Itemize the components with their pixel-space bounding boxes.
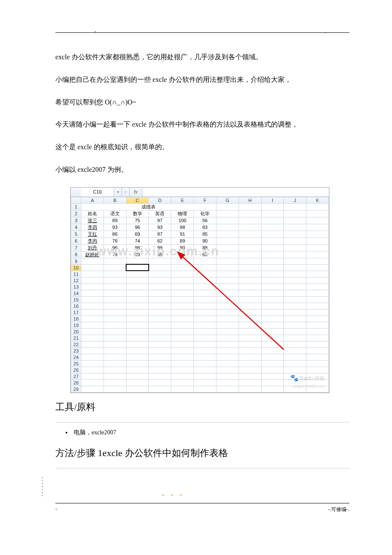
cell-C27[interactable]: [126, 373, 149, 379]
cell-D15[interactable]: [149, 296, 171, 303]
cell-J7[interactable]: [284, 244, 306, 251]
cell-C15[interactable]: [126, 296, 149, 303]
cell-D8[interactable]: 95: [149, 251, 171, 258]
cell-I4[interactable]: [261, 224, 284, 231]
fx-icon[interactable]: fx: [130, 188, 142, 197]
cell-H15[interactable]: [239, 296, 261, 303]
cell-D13[interactable]: [149, 283, 171, 290]
cell-I8[interactable]: [261, 251, 284, 258]
cell-E29[interactable]: [171, 386, 194, 392]
cell-F22[interactable]: [194, 341, 216, 347]
cell-C17[interactable]: [126, 309, 149, 315]
cell-G3[interactable]: [216, 217, 239, 224]
cell-I12[interactable]: [261, 277, 284, 283]
cell-D11[interactable]: [149, 271, 171, 277]
cell-A7[interactable]: 刘丹: [81, 244, 104, 251]
cell-H5[interactable]: [239, 231, 261, 237]
cell-J25[interactable]: [284, 360, 306, 367]
cell-I7[interactable]: [261, 244, 284, 251]
cell-D10[interactable]: [149, 264, 171, 271]
cell-K21[interactable]: [306, 335, 329, 341]
cell-H4[interactable]: [239, 224, 261, 231]
cell-F12[interactable]: [194, 277, 216, 283]
cell-I2[interactable]: [261, 210, 284, 217]
cell-J8[interactable]: [284, 251, 306, 258]
cell-I23[interactable]: [261, 347, 284, 354]
cell-I27[interactable]: [261, 373, 284, 379]
cell-J5[interactable]: [284, 231, 306, 237]
cell-F23[interactable]: [194, 347, 216, 354]
row-header-14[interactable]: 14: [71, 290, 81, 296]
cell-A4[interactable]: 李四: [81, 224, 104, 231]
cell-H11[interactable]: [239, 271, 261, 277]
cell-C22[interactable]: [126, 341, 149, 347]
cell-C3[interactable]: 75: [126, 217, 149, 224]
column-header-A[interactable]: A: [81, 197, 104, 203]
cell-J21[interactable]: [284, 335, 306, 341]
cell-C10[interactable]: [126, 264, 149, 271]
cell-D3[interactable]: 97: [149, 217, 171, 224]
cell-A25[interactable]: [81, 360, 104, 367]
cell-A20[interactable]: [81, 328, 104, 335]
cell-A11[interactable]: [81, 271, 104, 277]
cell-B8[interactable]: 78: [104, 251, 126, 258]
cell-B28[interactable]: [104, 379, 126, 386]
cell-A10[interactable]: [81, 264, 104, 271]
cell-J20[interactable]: [284, 328, 306, 335]
column-header-K[interactable]: K: [306, 197, 329, 203]
row-header-9[interactable]: 9: [71, 258, 81, 264]
cell-C11[interactable]: [126, 271, 149, 277]
cell-I5[interactable]: [261, 231, 284, 237]
column-header-C[interactable]: C: [126, 197, 149, 203]
row-header-28[interactable]: 28: [71, 379, 81, 386]
cell-J26[interactable]: [284, 367, 306, 373]
cell-E9[interactable]: [171, 258, 194, 264]
cell-E26[interactable]: [171, 367, 194, 373]
cell[interactable]: [239, 203, 261, 210]
cell-F9[interactable]: [194, 258, 216, 264]
cell-I28[interactable]: [261, 379, 284, 386]
cell-E24[interactable]: [171, 354, 194, 360]
cell-B18[interactable]: [104, 315, 126, 322]
cell-B24[interactable]: [104, 354, 126, 360]
cell-B10[interactable]: [104, 264, 126, 271]
cell-E10[interactable]: [171, 264, 194, 271]
title-merged-cell[interactable]: 成绩表: [81, 203, 216, 210]
cell-A29[interactable]: [81, 386, 104, 392]
cell-F15[interactable]: [194, 296, 216, 303]
cell-I20[interactable]: [261, 328, 284, 335]
cell-D19[interactable]: [149, 322, 171, 328]
cell-F26[interactable]: [194, 367, 216, 373]
cell-K5[interactable]: [306, 231, 329, 237]
cell-H13[interactable]: [239, 283, 261, 290]
cell-E28[interactable]: [171, 379, 194, 386]
cell-F7[interactable]: 88: [194, 244, 216, 251]
cell-E19[interactable]: [171, 322, 194, 328]
cell-F28[interactable]: [194, 379, 216, 386]
cell-H6[interactable]: [239, 237, 261, 244]
cell-J18[interactable]: [284, 315, 306, 322]
cell-C19[interactable]: [126, 322, 149, 328]
cell-G26[interactable]: [216, 367, 239, 373]
cell-G8[interactable]: [216, 251, 239, 258]
cell-K4[interactable]: [306, 224, 329, 231]
cell-B12[interactable]: [104, 277, 126, 283]
cell-B27[interactable]: [104, 373, 126, 379]
cell-G4[interactable]: [216, 224, 239, 231]
cell-H20[interactable]: [239, 328, 261, 335]
cell-C16[interactable]: [126, 303, 149, 309]
cell-C24[interactable]: [126, 354, 149, 360]
cell-B4[interactable]: 93: [104, 224, 126, 231]
cell-K10[interactable]: [306, 264, 329, 271]
cell-B14[interactable]: [104, 290, 126, 296]
cell-I26[interactable]: [261, 367, 284, 373]
cell-E27[interactable]: [171, 373, 194, 379]
cell-A21[interactable]: [81, 335, 104, 341]
cell-B16[interactable]: [104, 303, 126, 309]
cell-J19[interactable]: [284, 322, 306, 328]
cell-I11[interactable]: [261, 271, 284, 277]
cell-C14[interactable]: [126, 290, 149, 296]
cell-E25[interactable]: [171, 360, 194, 367]
cell-A19[interactable]: [81, 322, 104, 328]
cell-A12[interactable]: [81, 277, 104, 283]
